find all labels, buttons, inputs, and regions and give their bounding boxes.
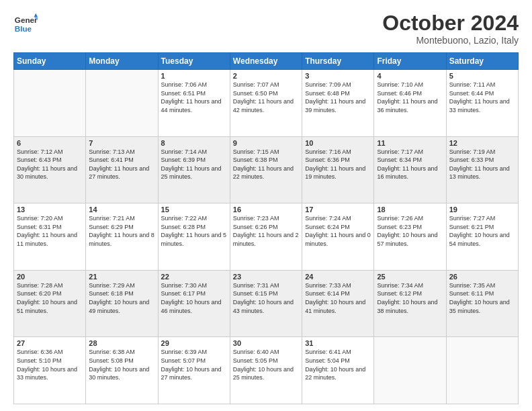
day-detail: Sunrise: 7:12 AM Sunset: 6:43 PM Dayligh… — [17, 148, 83, 181]
day-detail: Sunrise: 6:41 AM Sunset: 5:04 PM Dayligh… — [305, 348, 371, 381]
day-number: 30 — [233, 339, 299, 347]
day-detail: Sunrise: 7:23 AM Sunset: 6:26 PM Dayligh… — [233, 214, 299, 248]
day-detail: Sunrise: 7:26 AM Sunset: 6:23 PM Dayligh… — [377, 214, 443, 248]
col-tuesday: Tuesday — [158, 53, 230, 70]
table-cell: 23Sunrise: 7:31 AM Sunset: 6:15 PM Dayli… — [230, 270, 302, 337]
table-cell: 17Sunrise: 7:24 AM Sunset: 6:24 PM Dayli… — [302, 203, 374, 271]
day-number: 14 — [89, 205, 154, 214]
table-cell: 25Sunrise: 7:34 AM Sunset: 6:12 PM Dayli… — [374, 270, 446, 337]
table-cell: 13Sunrise: 7:20 AM Sunset: 6:31 PM Dayli… — [14, 203, 86, 271]
table-cell: 9Sunrise: 7:15 AM Sunset: 6:38 PM Daylig… — [230, 136, 302, 203]
day-number: 6 — [17, 139, 83, 147]
table-cell: 24Sunrise: 7:33 AM Sunset: 6:14 PM Dayli… — [302, 270, 374, 337]
table-cell: 26Sunrise: 7:35 AM Sunset: 6:11 PM Dayli… — [446, 270, 518, 337]
table-cell: 8Sunrise: 7:14 AM Sunset: 6:39 PM Daylig… — [158, 136, 230, 203]
day-detail: Sunrise: 6:40 AM Sunset: 5:05 PM Dayligh… — [233, 348, 299, 381]
day-number: 19 — [449, 205, 515, 214]
table-cell: 29Sunrise: 6:39 AM Sunset: 5:07 PM Dayli… — [158, 337, 230, 404]
day-number: 7 — [89, 139, 154, 147]
table-cell: 6Sunrise: 7:12 AM Sunset: 6:43 PM Daylig… — [14, 136, 86, 203]
table-cell: 22Sunrise: 7:30 AM Sunset: 6:17 PM Dayli… — [158, 270, 230, 337]
table-cell: 11Sunrise: 7:17 AM Sunset: 6:34 PM Dayli… — [374, 136, 446, 203]
table-cell: 18Sunrise: 7:26 AM Sunset: 6:23 PM Dayli… — [374, 203, 446, 271]
day-number: 17 — [305, 205, 371, 214]
day-detail: Sunrise: 7:24 AM Sunset: 6:24 PM Dayligh… — [305, 214, 371, 248]
day-number: 20 — [17, 273, 83, 281]
table-cell: 19Sunrise: 7:27 AM Sunset: 6:21 PM Dayli… — [446, 203, 518, 271]
day-detail: Sunrise: 6:39 AM Sunset: 5:07 PM Dayligh… — [161, 348, 227, 381]
col-sunday: Sunday — [14, 53, 86, 70]
day-detail: Sunrise: 7:20 AM Sunset: 6:31 PM Dayligh… — [17, 214, 83, 248]
day-number: 11 — [377, 139, 443, 147]
col-monday: Monday — [86, 53, 158, 70]
table-cell: 10Sunrise: 7:16 AM Sunset: 6:36 PM Dayli… — [302, 136, 374, 203]
day-detail: Sunrise: 7:06 AM Sunset: 6:51 PM Dayligh… — [161, 81, 227, 114]
day-detail: Sunrise: 7:28 AM Sunset: 6:20 PM Dayligh… — [17, 281, 83, 315]
logo-icon: General Blue — [13, 12, 38, 36]
calendar-week-row: 27Sunrise: 6:36 AM Sunset: 5:10 PM Dayli… — [14, 337, 519, 404]
day-detail: Sunrise: 7:15 AM Sunset: 6:38 PM Dayligh… — [233, 148, 299, 181]
table-cell: 16Sunrise: 7:23 AM Sunset: 6:26 PM Dayli… — [230, 203, 302, 271]
calendar-header-row: Sunday Monday Tuesday Wednesday Thursday… — [14, 53, 519, 70]
day-number: 8 — [161, 139, 227, 147]
day-number: 12 — [449, 139, 515, 147]
page: General Blue October 2024 Montebuono, La… — [0, 0, 532, 411]
table-cell: 4Sunrise: 7:10 AM Sunset: 6:46 PM Daylig… — [374, 70, 446, 137]
col-thursday: Thursday — [302, 53, 374, 70]
calendar-week-row: 13Sunrise: 7:20 AM Sunset: 6:31 PM Dayli… — [14, 203, 519, 271]
day-number: 10 — [305, 139, 371, 147]
day-detail: Sunrise: 7:07 AM Sunset: 6:50 PM Dayligh… — [233, 81, 299, 114]
table-cell: 31Sunrise: 6:41 AM Sunset: 5:04 PM Dayli… — [302, 337, 374, 404]
table-cell: 7Sunrise: 7:13 AM Sunset: 6:41 PM Daylig… — [86, 136, 158, 203]
day-detail: Sunrise: 7:31 AM Sunset: 6:15 PM Dayligh… — [233, 281, 299, 315]
table-cell: 14Sunrise: 7:21 AM Sunset: 6:29 PM Dayli… — [86, 203, 158, 271]
day-number: 13 — [17, 205, 83, 214]
day-detail: Sunrise: 7:10 AM Sunset: 6:46 PM Dayligh… — [377, 81, 443, 114]
table-cell: 21Sunrise: 7:29 AM Sunset: 6:18 PM Dayli… — [86, 270, 158, 337]
day-number: 31 — [305, 339, 371, 347]
table-cell: 30Sunrise: 6:40 AM Sunset: 5:05 PM Dayli… — [230, 337, 302, 404]
day-detail: Sunrise: 6:36 AM Sunset: 5:10 PM Dayligh… — [17, 348, 83, 381]
day-number: 24 — [305, 273, 371, 281]
table-cell: 27Sunrise: 6:36 AM Sunset: 5:10 PM Dayli… — [14, 337, 86, 404]
table-cell: 2Sunrise: 7:07 AM Sunset: 6:50 PM Daylig… — [230, 70, 302, 137]
day-number: 25 — [377, 273, 443, 281]
day-detail: Sunrise: 6:38 AM Sunset: 5:08 PM Dayligh… — [89, 348, 154, 381]
day-number: 15 — [161, 205, 227, 214]
day-detail: Sunrise: 7:11 AM Sunset: 6:44 PM Dayligh… — [449, 81, 515, 114]
day-detail: Sunrise: 7:16 AM Sunset: 6:36 PM Dayligh… — [305, 148, 371, 181]
table-cell — [446, 337, 518, 404]
day-detail: Sunrise: 7:29 AM Sunset: 6:18 PM Dayligh… — [89, 281, 154, 315]
day-number: 29 — [161, 339, 227, 347]
day-detail: Sunrise: 7:34 AM Sunset: 6:12 PM Dayligh… — [377, 281, 443, 315]
svg-text:Blue: Blue — [15, 24, 32, 33]
table-cell: 5Sunrise: 7:11 AM Sunset: 6:44 PM Daylig… — [446, 70, 518, 137]
table-cell: 3Sunrise: 7:09 AM Sunset: 6:48 PM Daylig… — [302, 70, 374, 137]
day-detail: Sunrise: 7:21 AM Sunset: 6:29 PM Dayligh… — [89, 214, 154, 248]
day-detail: Sunrise: 7:30 AM Sunset: 6:17 PM Dayligh… — [161, 281, 227, 315]
table-cell: 28Sunrise: 6:38 AM Sunset: 5:08 PM Dayli… — [86, 337, 158, 404]
day-number: 22 — [161, 273, 227, 281]
location-title: Montebuono, Lazio, Italy — [382, 35, 519, 46]
day-number: 27 — [17, 339, 83, 347]
day-number: 21 — [89, 273, 154, 281]
calendar-week-row: 6Sunrise: 7:12 AM Sunset: 6:43 PM Daylig… — [14, 136, 519, 203]
day-number: 1 — [161, 72, 227, 80]
day-detail: Sunrise: 7:27 AM Sunset: 6:21 PM Dayligh… — [449, 214, 515, 248]
day-number: 16 — [233, 205, 299, 214]
day-number: 23 — [233, 273, 299, 281]
calendar-week-row: 20Sunrise: 7:28 AM Sunset: 6:20 PM Dayli… — [14, 270, 519, 337]
col-saturday: Saturday — [446, 53, 518, 70]
day-detail: Sunrise: 7:13 AM Sunset: 6:41 PM Dayligh… — [89, 148, 154, 181]
table-cell: 1Sunrise: 7:06 AM Sunset: 6:51 PM Daylig… — [158, 70, 230, 137]
table-cell: 20Sunrise: 7:28 AM Sunset: 6:20 PM Dayli… — [14, 270, 86, 337]
col-friday: Friday — [374, 53, 446, 70]
logo: General Blue — [13, 12, 38, 36]
calendar-week-row: 1Sunrise: 7:06 AM Sunset: 6:51 PM Daylig… — [14, 70, 519, 137]
day-number: 9 — [233, 139, 299, 147]
col-wednesday: Wednesday — [230, 53, 302, 70]
day-number: 28 — [89, 339, 154, 347]
table-cell — [14, 70, 86, 137]
day-number: 4 — [377, 72, 443, 80]
day-number: 2 — [233, 72, 299, 80]
